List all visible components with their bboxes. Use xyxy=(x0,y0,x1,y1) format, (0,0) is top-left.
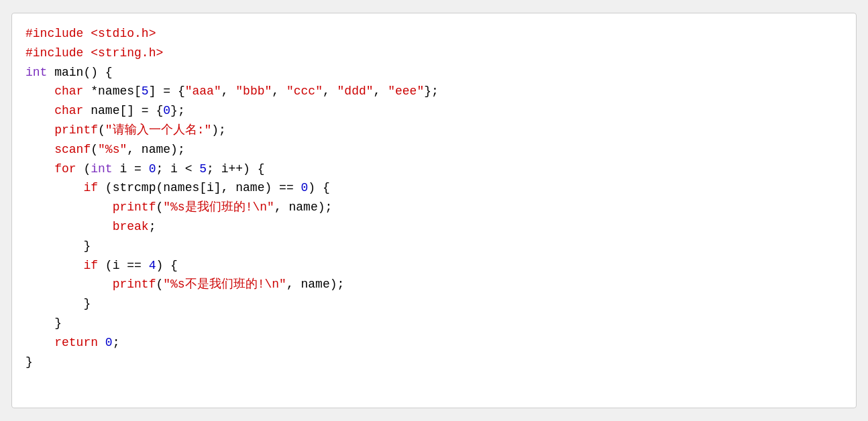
literal-5-for: 5 xyxy=(199,162,207,176)
char-keyword-1: char xyxy=(54,84,83,98)
main-signature: main() { xyxy=(47,66,112,79)
printf-3: printf xyxy=(113,278,156,291)
scanf-call: scanf xyxy=(54,143,91,156)
for-init: i = xyxy=(113,162,149,176)
literal-0-name: 0 xyxy=(163,104,170,117)
if-close-1: } xyxy=(83,239,91,253)
printf-1-close: ); xyxy=(211,123,226,137)
main-close: } xyxy=(25,355,33,369)
comma-4: , xyxy=(374,84,388,98)
str-bbb: "bbb" xyxy=(235,84,272,98)
for-inc: ; i++) { xyxy=(207,162,264,176)
literal-0-if: 0 xyxy=(301,181,308,194)
printf-2-close: , name); xyxy=(274,200,332,214)
str-ccc: "ccc" xyxy=(286,84,323,98)
name-decl: name[] = { xyxy=(83,104,163,117)
str-prompt: "请输入一个人名:" xyxy=(105,123,211,137)
names-decl: *names[ xyxy=(83,84,141,98)
return-semi: ; xyxy=(113,336,120,349)
printf-3-open: ( xyxy=(156,278,163,291)
for-open: ( xyxy=(76,162,91,176)
printf-1: printf xyxy=(54,123,98,137)
for-close: } xyxy=(54,316,62,330)
if-close-2: } xyxy=(83,297,91,310)
for-keyword: for xyxy=(54,162,76,176)
str-is-member: "%s是我们班的!\n" xyxy=(163,200,274,214)
scanf-close: , name); xyxy=(127,143,184,156)
include-line-2: #include <string.h> xyxy=(25,46,163,60)
str-format-s: "%s" xyxy=(98,143,127,156)
printf-2: printf xyxy=(113,200,156,214)
comma-1: , xyxy=(221,84,236,98)
names-close: }; xyxy=(424,84,439,98)
str-eee: "eee" xyxy=(388,84,424,98)
if-strcmp-close: ) { xyxy=(308,181,329,194)
break-keyword: break xyxy=(113,220,149,233)
printf-2-open: ( xyxy=(156,200,163,214)
char-keyword-2: char xyxy=(54,104,83,117)
str-aaa: "aaa" xyxy=(185,84,221,98)
names-decl-2: ] = { xyxy=(149,84,185,98)
literal-4: 4 xyxy=(149,259,156,272)
scanf-open: ( xyxy=(91,143,98,156)
name-close: }; xyxy=(170,104,185,117)
comma-2: , xyxy=(272,84,286,98)
str-ddd: "ddd" xyxy=(337,84,374,98)
literal-0-for: 0 xyxy=(149,162,156,176)
include-line-1: #include <stdio.h> xyxy=(25,27,156,40)
literal-5: 5 xyxy=(142,84,149,98)
str-not-member: "%s不是我们班的!\n" xyxy=(163,278,286,291)
int-keyword-for: int xyxy=(91,162,112,176)
return-value xyxy=(98,336,105,349)
if-keyword-1: if xyxy=(83,181,98,194)
printf-1-open: ( xyxy=(98,123,105,137)
if-keyword-2: if xyxy=(83,259,98,272)
code-block: #include <stdio.h> #include <string.h> i… xyxy=(25,24,843,371)
break-semi: ; xyxy=(149,220,156,233)
comma-3: , xyxy=(323,84,337,98)
return-keyword: return xyxy=(54,336,98,349)
printf-3-close: , name); xyxy=(286,278,344,291)
code-container: #include <stdio.h> #include <string.h> i… xyxy=(11,13,857,408)
if-strcmp-open: (strcmp(names[i], name) == xyxy=(98,181,301,194)
int-keyword: int xyxy=(25,66,47,79)
literal-0-return: 0 xyxy=(105,336,113,349)
for-cond-1: ; i < xyxy=(156,162,199,176)
if-i-eq-4: (i == xyxy=(98,259,149,272)
if-i-eq-4-close: ) { xyxy=(156,259,177,272)
